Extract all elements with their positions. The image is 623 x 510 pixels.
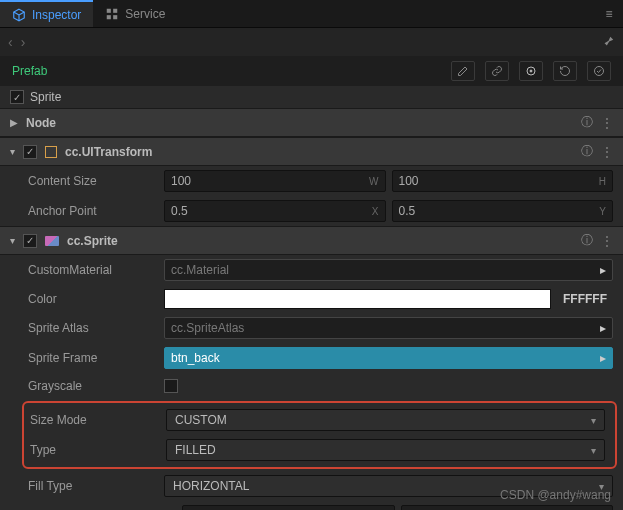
prefab-label: Prefab	[12, 64, 441, 78]
help-icon[interactable]: ⓘ	[581, 143, 593, 160]
nav-back[interactable]: ‹	[8, 34, 13, 50]
fill-center-x[interactable]: X	[182, 505, 395, 510]
grayscale-checkbox[interactable]	[164, 379, 178, 393]
svg-rect-3	[114, 15, 118, 19]
content-size-w[interactable]: W	[164, 170, 386, 192]
sprite-icon	[45, 236, 59, 246]
prop-sprite-frame: Sprite Frame btn_back▸	[0, 343, 623, 373]
prop-sprite-atlas: Sprite Atlas cc.SpriteAtlas▸	[0, 313, 623, 343]
watermark: CSDN @andy#wang	[500, 488, 611, 502]
kebab-icon[interactable]: ⋮	[601, 234, 613, 248]
cube-icon	[12, 8, 26, 22]
prop-label: Size Mode	[30, 413, 160, 427]
prop-label: Content Size	[28, 174, 158, 188]
color-hex: FFFFFF	[557, 292, 613, 306]
section-title: Node	[26, 116, 573, 130]
prop-fill-center: Fill Center 🔒 X Y	[0, 501, 623, 510]
anchor-y[interactable]: Y	[392, 200, 614, 222]
svg-rect-1	[114, 8, 118, 12]
section-title: cc.UITransform	[65, 145, 573, 159]
prefab-revert-button[interactable]	[553, 61, 577, 81]
type-select[interactable]: FILLED▾	[166, 439, 605, 461]
tab-service[interactable]: Service	[93, 0, 177, 27]
prop-custom-material: CustomMaterial cc.Material▸	[0, 255, 623, 285]
prop-label: Anchor Point	[28, 204, 158, 218]
grid-icon	[105, 7, 119, 21]
content-size-h[interactable]: H	[392, 170, 614, 192]
svg-rect-2	[107, 15, 111, 19]
goto-icon[interactable]: ▸	[600, 263, 606, 277]
highlight-box: Size Mode CUSTOM▾ Type FILLED▾	[22, 401, 617, 469]
prefab-unlink-button[interactable]	[485, 61, 509, 81]
tab-label: Inspector	[32, 8, 81, 22]
chevron-down-icon: ▾	[591, 445, 596, 456]
prop-label: Grayscale	[28, 379, 158, 393]
suffix-h: H	[599, 176, 606, 187]
check-circle-icon	[593, 65, 605, 77]
suffix-x: X	[372, 206, 379, 217]
undo-icon	[559, 65, 571, 77]
node-active-checkbox[interactable]	[10, 90, 24, 104]
sprite-atlas-slot[interactable]: cc.SpriteAtlas▸	[164, 317, 613, 339]
node-name-row: Sprite	[0, 86, 623, 108]
edit-icon	[457, 65, 469, 77]
slot-value: btn_back	[171, 351, 600, 365]
caret-down-icon: ▾	[10, 146, 15, 157]
caret-down-icon: ▾	[10, 235, 15, 246]
slot-placeholder: cc.Material	[171, 263, 600, 277]
panel-menu-button[interactable]: ≡	[595, 0, 623, 27]
tab-inspector[interactable]: Inspector	[0, 0, 93, 27]
suffix-y: Y	[599, 206, 606, 217]
prop-label: CustomMaterial	[28, 263, 158, 277]
fill-center-y[interactable]: Y	[401, 505, 614, 510]
goto-icon[interactable]: ▸	[600, 351, 606, 365]
prefab-apply-button[interactable]	[587, 61, 611, 81]
prop-label: Color	[28, 292, 158, 306]
node-name[interactable]: Sprite	[30, 90, 61, 104]
section-sprite[interactable]: ▾ cc.Sprite ⓘ ⋮	[0, 226, 623, 255]
prop-size-mode: Size Mode CUSTOM▾	[24, 405, 615, 435]
component-enable-checkbox[interactable]	[23, 145, 37, 159]
prop-label: Fill Type	[28, 479, 158, 493]
input-y[interactable]	[399, 204, 600, 218]
kebab-icon[interactable]: ⋮	[601, 145, 613, 159]
help-icon[interactable]: ⓘ	[581, 114, 593, 131]
help-icon[interactable]: ⓘ	[581, 232, 593, 249]
sprite-frame-slot[interactable]: btn_back▸	[164, 347, 613, 369]
prop-anchor-point: Anchor Point X Y	[0, 196, 623, 226]
kebab-icon[interactable]: ⋮	[601, 116, 613, 130]
input-x[interactable]	[171, 204, 372, 218]
tab-label: Service	[125, 7, 165, 21]
input-w[interactable]	[171, 174, 369, 188]
nav-forward[interactable]: ›	[21, 34, 26, 50]
pin-icon	[601, 35, 615, 49]
goto-icon[interactable]: ▸	[600, 321, 606, 335]
tab-spacer	[177, 0, 595, 27]
chevron-down-icon: ▾	[591, 415, 596, 426]
section-title: cc.Sprite	[67, 234, 573, 248]
section-uitransform[interactable]: ▾ cc.UITransform ⓘ ⋮	[0, 137, 623, 166]
input-h[interactable]	[399, 174, 599, 188]
history-bar: ‹ ›	[0, 28, 623, 56]
svg-point-6	[595, 67, 604, 76]
svg-rect-0	[107, 8, 111, 12]
anchor-x[interactable]: X	[164, 200, 386, 222]
custom-material-slot[interactable]: cc.Material▸	[164, 259, 613, 281]
pin-button[interactable]	[601, 35, 615, 49]
prop-grayscale: Grayscale	[0, 373, 623, 399]
component-enable-checkbox[interactable]	[23, 234, 37, 248]
prop-label: Sprite Frame	[28, 351, 158, 365]
uitransform-icon	[45, 146, 57, 158]
color-swatch[interactable]	[164, 289, 551, 309]
prop-label: Sprite Atlas	[28, 321, 158, 335]
section-node[interactable]: ▶ Node ⓘ ⋮	[0, 108, 623, 137]
slot-placeholder: cc.SpriteAtlas	[171, 321, 600, 335]
prefab-locate-button[interactable]	[519, 61, 543, 81]
prop-content-size: Content Size W H	[0, 166, 623, 196]
target-icon	[525, 65, 537, 77]
prop-label: Type	[30, 443, 160, 457]
prefab-edit-button[interactable]	[451, 61, 475, 81]
size-mode-select[interactable]: CUSTOM▾	[166, 409, 605, 431]
prop-type: Type FILLED▾	[24, 435, 615, 465]
unlink-icon	[491, 65, 503, 77]
